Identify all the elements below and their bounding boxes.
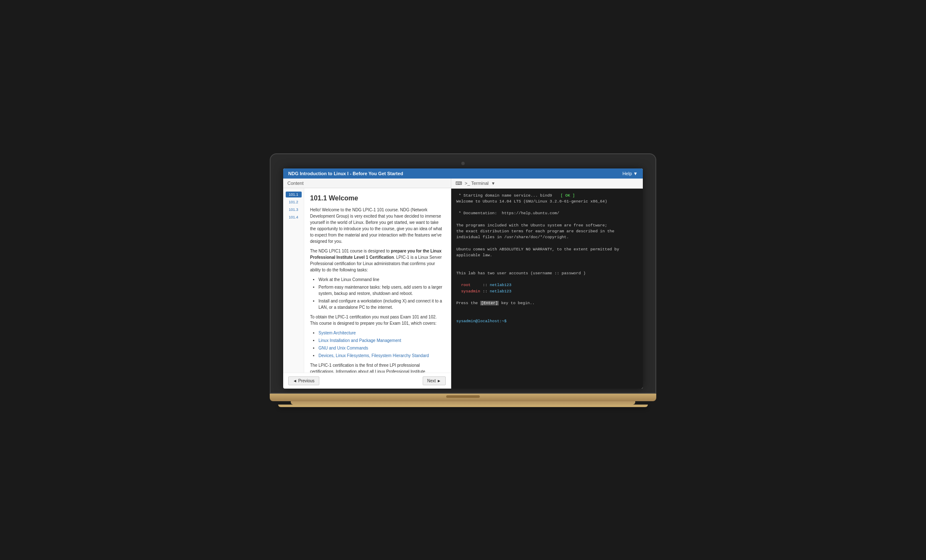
terminal-prompt: sysadmin@localhost:~$ xyxy=(456,318,638,324)
article-heading: 101.1 Welcome xyxy=(310,193,445,203)
terminal-line: The programs included with the Ubuntu sy… xyxy=(456,223,638,229)
terminal-line xyxy=(456,276,638,282)
terminal-line xyxy=(456,258,638,264)
terminal-line: applicable law. xyxy=(456,252,638,258)
gnu-unix-link[interactable]: GNU and Unix Commands xyxy=(318,346,368,350)
nav-buttons: ◄ Previous Next ► xyxy=(283,373,451,389)
laptop-foot xyxy=(278,405,648,407)
terminal-line xyxy=(456,265,638,271)
system-arch-link[interactable]: System Architecture xyxy=(318,331,356,335)
terminal-dropdown[interactable]: ▼ xyxy=(491,181,495,186)
article-list1: Work at the Linux Command line Perform e… xyxy=(318,276,445,310)
terminal-line: the exact distribution terms for each pr… xyxy=(456,229,638,234)
terminal-line xyxy=(456,217,638,223)
terminal-line: Ubuntu comes with ABSOLUTELY NO WARRANTY… xyxy=(456,247,638,252)
terminal-body[interactable]: * Starting domain name service... bind9[… xyxy=(451,189,643,389)
left-panel: Content 101.1 101.2 101.3 101.4 101.1 We… xyxy=(283,179,451,389)
terminal-line xyxy=(456,313,638,318)
terminal-line: Welcome to Ubuntu 14.04 LTS (GNU/Linux 3… xyxy=(456,199,638,205)
sidebar-item-1014[interactable]: 101.4 xyxy=(286,214,302,220)
screen-bezel: NDG Introduction to Linux I - Before You… xyxy=(270,153,656,394)
list-item: Devices, Linux Filesystems, Filesystem H… xyxy=(318,352,445,359)
article-content: 101.1 Welcome Hello! Welcome to the NDG … xyxy=(304,188,451,373)
terminal-label: >_ Terminal xyxy=(465,181,489,186)
terminal-line: Press the [Enter] key to begin.. xyxy=(456,300,638,306)
terminal-icon: ⌨ xyxy=(455,181,462,186)
content-tab[interactable]: Content xyxy=(283,179,451,188)
list-item: Perform easy maintenance tasks: help use… xyxy=(318,284,445,297)
terminal-line: * Starting domain name service... bind9[… xyxy=(456,193,638,199)
list-item: System Architecture xyxy=(318,330,445,336)
page-title: NDG Introduction to Linux I - Before You… xyxy=(288,171,403,176)
laptop-stand xyxy=(291,401,635,405)
main-area: Content 101.1 101.2 101.3 101.4 101.1 We… xyxy=(283,179,643,389)
list-item: Install and configure a workstation (inc… xyxy=(318,298,445,310)
terminal-header: ⌨ >_ Terminal ▼ xyxy=(451,179,643,189)
previous-button[interactable]: ◄ Previous xyxy=(288,376,319,385)
terminal-line xyxy=(456,306,638,312)
top-bar: NDG Introduction to Linux I - Before You… xyxy=(283,168,643,179)
sidebar: 101.1 101.2 101.3 101.4 xyxy=(283,188,304,373)
right-panel: ⌨ >_ Terminal ▼ * Starting domain name s… xyxy=(451,179,643,389)
terminal-line xyxy=(456,205,638,210)
laptop-container: NDG Introduction to Linux I - Before You… xyxy=(270,153,656,407)
article-list2: System Architecture Linux Installation a… xyxy=(318,330,445,359)
list-item: GNU and Unix Commands xyxy=(318,345,445,351)
help-button[interactable]: Help ▼ xyxy=(622,171,638,176)
list-item: Work at the Linux Command line xyxy=(318,276,445,283)
next-button[interactable]: Next ► xyxy=(423,376,446,385)
article-para2: The NDG LPIC1 101 course is designed to … xyxy=(310,248,445,273)
terminal-line: sysadmin :: netlab123 xyxy=(456,289,638,294)
sidebar-item-1011[interactable]: 101.1 xyxy=(286,192,302,197)
terminal-line: This lab has two user accounts (username… xyxy=(456,271,638,276)
terminal-line xyxy=(456,241,638,247)
article-para3: To obtain the LPIC-1 certification you m… xyxy=(310,314,445,326)
browser-window: NDG Introduction to Linux I - Before You… xyxy=(283,168,643,389)
terminal-line xyxy=(456,294,638,300)
terminal-line: * Documentation: https://help.ubuntu.com… xyxy=(456,210,638,216)
devices-link[interactable]: Devices, Linux Filesystems, Filesystem H… xyxy=(318,353,429,358)
content-body: 101.1 101.2 101.3 101.4 101.1 Welcome He… xyxy=(283,188,451,373)
webcam xyxy=(461,162,465,165)
sidebar-item-1012[interactable]: 101.2 xyxy=(286,199,302,205)
terminal-line: individual files in /usr/share/doc/*/cop… xyxy=(456,234,638,240)
terminal-line: root :: netlab123 xyxy=(456,282,638,288)
sidebar-item-1013[interactable]: 101.3 xyxy=(286,207,302,213)
article-para4: The LPIC-1 certification is the first of… xyxy=(310,362,445,373)
article-para1: Hello! Welcome to the NDG LPIC-1 101 cou… xyxy=(310,207,445,245)
list-item: Linux Installation and Package Managemen… xyxy=(318,337,445,344)
linux-install-link[interactable]: Linux Installation and Package Managemen… xyxy=(318,338,401,343)
laptop-base xyxy=(270,394,656,401)
